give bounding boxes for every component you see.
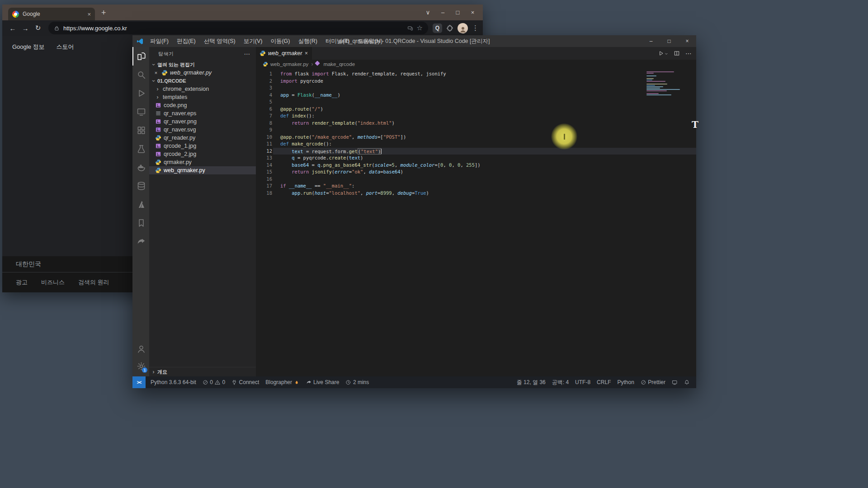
status-session-time[interactable]: 2 mins	[342, 376, 372, 388]
code-line[interactable]: 13 q = pyqrcode.create(text)	[256, 155, 696, 162]
tree-item[interactable]: web_qrmaker.py	[149, 166, 256, 174]
code-line[interactable]: 6@app.route("/")	[256, 106, 696, 113]
status-notifications[interactable]	[681, 376, 693, 388]
tree-item[interactable]: qrcode_2.jpg	[149, 150, 256, 158]
status-interpreter[interactable]: Python 3.6.3 64-bit	[147, 376, 199, 388]
status-prettier[interactable]: Prettier	[637, 376, 669, 388]
maximize-button[interactable]: □	[660, 35, 678, 47]
maximize-button[interactable]: □	[450, 9, 465, 16]
status-language-mode[interactable]: Python	[614, 376, 637, 388]
code-line[interactable]: 4app = Flask(__name__)	[256, 92, 696, 99]
code-line[interactable]: 2import pyqrcode	[256, 78, 696, 85]
tree-item[interactable]: code.png	[149, 101, 256, 109]
code-line[interactable]: 18 app.run(host="localhost", port=8999, …	[256, 190, 696, 197]
azure-icon[interactable]	[132, 195, 149, 214]
docker-icon[interactable]	[132, 158, 149, 177]
close-editor-icon[interactable]: ×	[153, 70, 159, 75]
google-top-link-0[interactable]: Google 정보	[12, 43, 45, 51]
menubar-item-4[interactable]: 이동(G)	[266, 35, 294, 47]
breadcrumb[interactable]: web_qrmaker.py›make_qrcode	[256, 60, 696, 69]
code-line[interactable]: 15 return jsonify(error="ok", data=base6…	[256, 169, 696, 176]
minimize-button[interactable]: –	[435, 9, 450, 16]
new-tab-button[interactable]: +	[101, 9, 106, 17]
editor-tab[interactable]: web_qrmaker.py ×	[256, 47, 312, 60]
folder-root-section[interactable]: › 01.QRCODE	[149, 77, 256, 85]
close-button[interactable]: ×	[465, 9, 480, 16]
code-line[interactable]: 5	[256, 99, 696, 106]
tree-item[interactable]: qr_naver.eps	[149, 109, 256, 117]
reload-button[interactable]: ↻	[32, 22, 44, 34]
status-encoding[interactable]: UTF-8	[572, 376, 594, 388]
tree-item[interactable]: qrmaker.py	[149, 158, 256, 166]
live-share-icon[interactable]	[132, 232, 149, 251]
more-actions-icon[interactable]: ⋯	[685, 50, 692, 57]
close-button[interactable]: ×	[678, 35, 696, 47]
remote-indicator[interactable]: ><	[132, 376, 146, 388]
tree-item[interactable]: qrcode_1.jpg	[149, 142, 256, 150]
outline-section[interactable]: › 개요	[149, 367, 256, 376]
remote-explorer-icon[interactable]	[132, 103, 149, 121]
run-python-file-button[interactable]	[658, 49, 668, 57]
status-screencast[interactable]	[669, 376, 681, 388]
status-blographer[interactable]: Blographer	[262, 376, 302, 388]
status-cursor-position[interactable]: 줄 12, 열 36	[514, 376, 549, 388]
status-indentation[interactable]: 공백: 4	[549, 376, 572, 388]
google-footer-link-0[interactable]: 광고	[16, 278, 28, 286]
minimize-button[interactable]: –	[642, 35, 660, 47]
code-line[interactable]: 11def make_qrcode():	[256, 141, 696, 148]
settings-icon[interactable]: 1	[132, 357, 149, 375]
status-connect[interactable]: Connect	[228, 376, 262, 388]
tab-close-icon[interactable]: ×	[85, 11, 91, 18]
explorer-icon[interactable]	[132, 47, 149, 66]
status-live-share[interactable]: Live Share	[303, 376, 343, 388]
address-bar[interactable]: https://www.google.co.kr ☆	[48, 22, 428, 34]
bookmark-star-icon[interactable]: ☆	[417, 24, 423, 32]
google-footer-link-2[interactable]: 검색의 원리	[78, 278, 109, 286]
browser-menu-icon[interactable]: ⋮	[472, 24, 478, 32]
tree-item[interactable]: ›chrome_extension	[149, 85, 256, 93]
menubar-item-1[interactable]: 편집(E)	[173, 35, 200, 47]
status-problems[interactable]: 00	[199, 376, 228, 388]
extensions-puzzle-icon[interactable]	[446, 24, 453, 32]
q-extension-icon[interactable]: Q	[433, 23, 442, 33]
menubar-item-2[interactable]: 선택 영역(S)	[200, 35, 240, 47]
browser-tab[interactable]: Google ×	[8, 8, 95, 20]
status-eol[interactable]: CRLF	[594, 376, 614, 388]
bookmarks-icon[interactable]	[132, 214, 149, 232]
code-line[interactable]: 3	[256, 84, 696, 92]
breadcrumb-item[interactable]: web_qrmaker.py	[263, 61, 308, 67]
tree-item[interactable]: qr_naver.svg	[149, 126, 256, 134]
forward-button[interactable]: →	[19, 22, 31, 34]
back-button[interactable]: ←	[7, 22, 19, 34]
send-to-devices-icon[interactable]	[407, 25, 413, 31]
menubar-item-0[interactable]: 파일(F)	[146, 35, 173, 47]
search-icon[interactable]	[132, 66, 149, 84]
code-line[interactable]: 16	[256, 176, 696, 183]
tab-search-icon[interactable]: ∨	[420, 9, 435, 16]
code-line[interactable]: 12 text = request.form.get("text")	[256, 148, 696, 155]
breadcrumb-item[interactable]: make_qrcode	[316, 61, 355, 67]
code-line[interactable]: 8 return render_template("index.html")	[256, 120, 696, 127]
open-editor-item[interactable]: ×web_qrmaker.py	[149, 69, 256, 77]
database-icon[interactable]	[132, 177, 149, 195]
code-line[interactable]: 7def index():	[256, 113, 696, 120]
minimap[interactable]	[646, 71, 690, 95]
account-icon[interactable]	[132, 340, 149, 357]
code-editor[interactable]: 1from flask import Flask, render_templat…	[256, 69, 696, 376]
menubar-item-3[interactable]: 보기(V)	[240, 35, 267, 47]
code-line[interactable]: 9	[256, 127, 696, 134]
run-debug-icon[interactable]	[132, 84, 149, 103]
open-editors-section[interactable]: › 열려 있는 편집기	[149, 61, 256, 69]
test-icon[interactable]	[132, 140, 149, 158]
tree-item[interactable]: ›templates	[149, 93, 256, 101]
profile-avatar[interactable]	[458, 23, 468, 33]
menubar-item-5[interactable]: 실행(R)	[294, 35, 321, 47]
code-line[interactable]: 10@app.route("/make_qrcode", methods=["P…	[256, 134, 696, 141]
google-top-link-1[interactable]: 스토어	[57, 43, 74, 51]
code-line[interactable]: 1from flask import Flask, render_templat…	[256, 70, 696, 78]
split-editor-button[interactable]	[674, 50, 680, 56]
tree-item[interactable]: qr_naver.png	[149, 117, 256, 126]
google-footer-link-1[interactable]: 비즈니스	[41, 278, 65, 286]
more-actions-icon[interactable]: ⋯	[244, 50, 251, 57]
close-tab-icon[interactable]: ×	[305, 50, 308, 56]
